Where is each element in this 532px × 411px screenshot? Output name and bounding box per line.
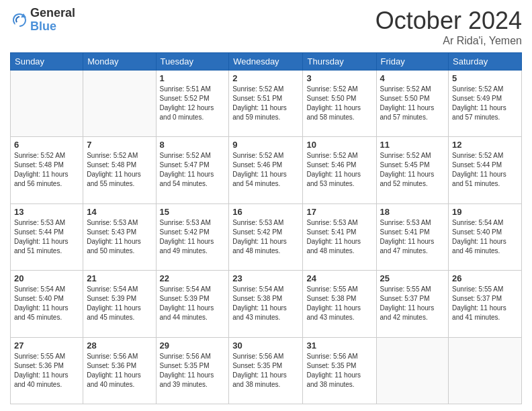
calendar-cell: 17Sunrise: 5:53 AM Sunset: 5:41 PM Dayli… [303, 203, 376, 270]
day-header-monday: Monday [83, 53, 156, 71]
day-number: 13 [14, 207, 79, 217]
day-info: Sunrise: 5:54 AM Sunset: 5:39 PM Dayligh… [87, 285, 152, 322]
day-number: 23 [232, 273, 299, 283]
month-title: October 2024 [375, 7, 522, 35]
day-info: Sunrise: 5:51 AM Sunset: 5:52 PM Dayligh… [160, 85, 226, 122]
day-header-saturday: Saturday [449, 53, 522, 71]
calendar-cell: 26Sunrise: 5:55 AM Sunset: 5:37 PM Dayli… [449, 271, 522, 337]
calendar-cell: 2Sunrise: 5:52 AM Sunset: 5:51 PM Daylig… [229, 71, 303, 137]
calendar-cell: 5Sunrise: 5:52 AM Sunset: 5:49 PM Daylig… [449, 71, 522, 137]
day-info: Sunrise: 5:54 AM Sunset: 5:40 PM Dayligh… [452, 218, 518, 256]
day-info: Sunrise: 5:54 AM Sunset: 5:38 PM Dayligh… [232, 285, 299, 322]
day-info: Sunrise: 5:53 AM Sunset: 5:44 PM Dayligh… [14, 218, 79, 256]
day-number: 16 [232, 207, 299, 217]
calendar-cell: 16Sunrise: 5:53 AM Sunset: 5:42 PM Dayli… [229, 203, 303, 270]
day-number: 30 [232, 340, 299, 351]
logo-icon [10, 11, 29, 30]
title-section: October 2024 Ar Rida'i, Yemen [375, 7, 522, 47]
day-info: Sunrise: 5:56 AM Sunset: 5:36 PM Dayligh… [87, 352, 152, 390]
day-number: 26 [452, 273, 518, 283]
day-info: Sunrise: 5:52 AM Sunset: 5:50 PM Dayligh… [306, 85, 372, 122]
day-number: 11 [380, 140, 445, 150]
day-info: Sunrise: 5:55 AM Sunset: 5:36 PM Dayligh… [14, 352, 79, 390]
day-header-thursday: Thursday [303, 53, 376, 71]
logo: General Blue [10, 7, 75, 34]
calendar-cell: 18Sunrise: 5:53 AM Sunset: 5:41 PM Dayli… [376, 203, 449, 270]
day-number: 15 [160, 207, 226, 217]
calendar-week-4: 20Sunrise: 5:54 AM Sunset: 5:40 PM Dayli… [11, 271, 522, 337]
calendar-cell: 9Sunrise: 5:52 AM Sunset: 5:46 PM Daylig… [229, 137, 303, 203]
calendar-cell [376, 337, 449, 404]
calendar-cell: 22Sunrise: 5:54 AM Sunset: 5:39 PM Dayli… [156, 271, 229, 337]
calendar-cell: 31Sunrise: 5:56 AM Sunset: 5:35 PM Dayli… [303, 337, 376, 404]
day-info: Sunrise: 5:52 AM Sunset: 5:46 PM Dayligh… [232, 151, 299, 189]
day-info: Sunrise: 5:52 AM Sunset: 5:44 PM Dayligh… [452, 151, 518, 189]
day-number: 29 [160, 340, 226, 351]
day-info: Sunrise: 5:55 AM Sunset: 5:37 PM Dayligh… [452, 285, 518, 322]
day-header-tuesday: Tuesday [156, 53, 229, 71]
calendar-cell: 10Sunrise: 5:52 AM Sunset: 5:46 PM Dayli… [303, 137, 376, 203]
day-number: 1 [160, 73, 226, 83]
calendar-table: SundayMondayTuesdayWednesdayThursdayFrid… [10, 52, 522, 404]
calendar-cell [449, 337, 522, 404]
calendar-week-3: 13Sunrise: 5:53 AM Sunset: 5:44 PM Dayli… [11, 203, 522, 270]
day-info: Sunrise: 5:52 AM Sunset: 5:49 PM Dayligh… [452, 85, 518, 122]
day-info: Sunrise: 5:56 AM Sunset: 5:35 PM Dayligh… [232, 352, 299, 390]
calendar-cell: 19Sunrise: 5:54 AM Sunset: 5:40 PM Dayli… [449, 203, 522, 270]
calendar-cell: 15Sunrise: 5:53 AM Sunset: 5:42 PM Dayli… [156, 203, 229, 270]
day-number: 17 [306, 207, 372, 217]
day-info: Sunrise: 5:52 AM Sunset: 5:45 PM Dayligh… [380, 151, 445, 189]
day-info: Sunrise: 5:55 AM Sunset: 5:37 PM Dayligh… [380, 285, 445, 322]
day-number: 4 [380, 73, 445, 83]
day-header-friday: Friday [376, 53, 449, 71]
day-info: Sunrise: 5:55 AM Sunset: 5:38 PM Dayligh… [306, 285, 372, 322]
day-info: Sunrise: 5:52 AM Sunset: 5:48 PM Dayligh… [87, 151, 152, 189]
calendar-cell: 20Sunrise: 5:54 AM Sunset: 5:40 PM Dayli… [11, 271, 83, 337]
day-number: 5 [452, 73, 518, 83]
calendar-cell: 1Sunrise: 5:51 AM Sunset: 5:52 PM Daylig… [156, 71, 229, 137]
calendar-cell: 7Sunrise: 5:52 AM Sunset: 5:48 PM Daylig… [83, 137, 156, 203]
calendar-week-1: 1Sunrise: 5:51 AM Sunset: 5:52 PM Daylig… [11, 71, 522, 137]
day-number: 20 [14, 273, 79, 283]
calendar-cell: 29Sunrise: 5:56 AM Sunset: 5:35 PM Dayli… [156, 337, 229, 404]
day-info: Sunrise: 5:53 AM Sunset: 5:42 PM Dayligh… [160, 218, 226, 256]
day-info: Sunrise: 5:54 AM Sunset: 5:40 PM Dayligh… [14, 285, 79, 322]
calendar-cell: 6Sunrise: 5:52 AM Sunset: 5:48 PM Daylig… [11, 137, 83, 203]
logo-text: General Blue [30, 7, 75, 34]
day-number: 24 [306, 273, 372, 283]
day-number: 12 [452, 140, 518, 150]
day-number: 27 [14, 340, 79, 351]
day-info: Sunrise: 5:52 AM Sunset: 5:50 PM Dayligh… [380, 85, 445, 122]
day-number: 14 [87, 207, 152, 217]
calendar-cell: 21Sunrise: 5:54 AM Sunset: 5:39 PM Dayli… [83, 271, 156, 337]
day-info: Sunrise: 5:52 AM Sunset: 5:46 PM Dayligh… [306, 151, 372, 189]
calendar-week-5: 27Sunrise: 5:55 AM Sunset: 5:36 PM Dayli… [11, 337, 522, 404]
day-info: Sunrise: 5:52 AM Sunset: 5:48 PM Dayligh… [14, 151, 79, 189]
day-info: Sunrise: 5:54 AM Sunset: 5:39 PM Dayligh… [160, 285, 226, 322]
day-number: 25 [380, 273, 445, 283]
day-number: 7 [87, 140, 152, 150]
day-info: Sunrise: 5:52 AM Sunset: 5:47 PM Dayligh… [160, 151, 226, 189]
calendar-cell: 11Sunrise: 5:52 AM Sunset: 5:45 PM Dayli… [376, 137, 449, 203]
calendar-cell: 13Sunrise: 5:53 AM Sunset: 5:44 PM Dayli… [11, 203, 83, 270]
calendar-header-row: SundayMondayTuesdayWednesdayThursdayFrid… [11, 53, 522, 71]
page: General Blue October 2024 Ar Rida'i, Yem… [0, 0, 532, 411]
calendar-cell: 28Sunrise: 5:56 AM Sunset: 5:36 PM Dayli… [83, 337, 156, 404]
day-number: 19 [452, 207, 518, 217]
day-number: 2 [232, 73, 299, 83]
calendar-cell: 8Sunrise: 5:52 AM Sunset: 5:47 PM Daylig… [156, 137, 229, 203]
day-header-sunday: Sunday [11, 53, 83, 71]
day-info: Sunrise: 5:56 AM Sunset: 5:35 PM Dayligh… [306, 352, 372, 390]
day-number: 28 [87, 340, 152, 351]
day-number: 6 [14, 140, 79, 150]
day-number: 22 [160, 273, 226, 283]
calendar-cell: 30Sunrise: 5:56 AM Sunset: 5:35 PM Dayli… [229, 337, 303, 404]
day-info: Sunrise: 5:53 AM Sunset: 5:43 PM Dayligh… [87, 218, 152, 256]
logo-blue-text: Blue [30, 20, 75, 34]
day-number: 8 [160, 140, 226, 150]
day-header-wednesday: Wednesday [229, 53, 303, 71]
calendar-cell: 14Sunrise: 5:53 AM Sunset: 5:43 PM Dayli… [83, 203, 156, 270]
day-info: Sunrise: 5:56 AM Sunset: 5:35 PM Dayligh… [160, 352, 226, 390]
day-info: Sunrise: 5:53 AM Sunset: 5:42 PM Dayligh… [232, 218, 299, 256]
day-info: Sunrise: 5:52 AM Sunset: 5:51 PM Dayligh… [232, 85, 299, 122]
